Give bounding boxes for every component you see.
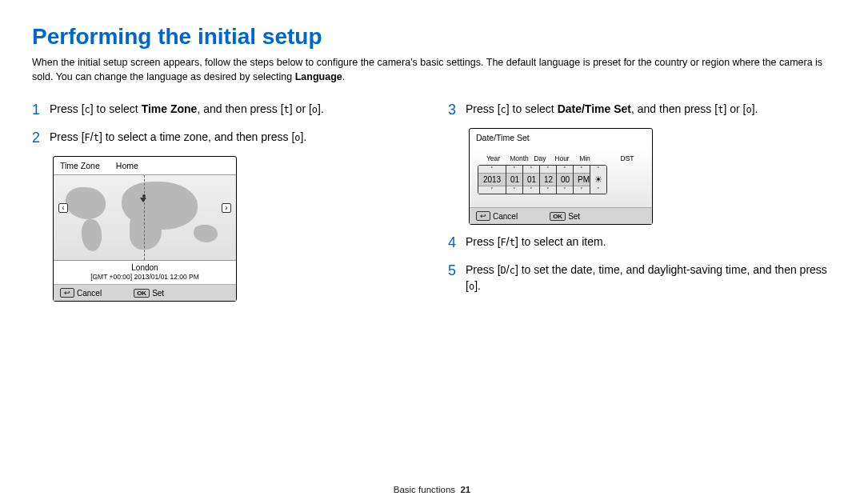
chevron-up-icon: ˄ [530, 166, 533, 173]
step-1-number: 1 [32, 100, 43, 120]
chevron-up-icon: ˄ [546, 166, 550, 173]
right-button-icon: t [284, 103, 290, 117]
step-5-text: Press [D/c] to set the date, time, and d… [466, 261, 832, 294]
tz-city: London [54, 261, 236, 273]
intro-c: . [342, 71, 345, 82]
page-title: Performing the initial setup [32, 24, 832, 50]
right-column: 3 Press [c] to select Date/Time Set, and… [448, 100, 832, 310]
chevron-up-icon: ˄ [563, 166, 566, 173]
dt-set-button[interactable]: OKSet [550, 211, 580, 221]
step-3-number: 3 [448, 100, 459, 120]
step-1: 1 Press [c] to select Time Zone, and the… [32, 100, 416, 120]
page-number: 21 [460, 485, 470, 494]
dst-sun-icon: ☀ [590, 173, 606, 186]
chevron-down-icon: ˅ [513, 186, 516, 194]
down-button-icon: c [510, 264, 515, 278]
left-column: 1 Press [c] to select Time Zone, and the… [32, 100, 416, 310]
intro-a: When the initial setup screen appears, f… [32, 57, 822, 82]
chevron-up-icon: ˄ [580, 166, 583, 173]
step-4: 4 Press [F/t] to select an item. [448, 233, 832, 253]
ok-button-icon: o [312, 103, 318, 117]
step-2: 2 Press [F/t] to select a time zone, and… [32, 128, 416, 148]
step-2-text: Press [F/t] to select a time zone, and t… [50, 128, 416, 148]
step-3: 3 Press [c] to select Date/Time Set, and… [448, 100, 832, 120]
chevron-down-icon: ˅ [530, 186, 533, 194]
down-button-icon: c [85, 103, 90, 117]
back-arrow-icon: ↩ [476, 211, 490, 221]
meridian-line [144, 175, 145, 260]
ok-box-icon: OK [134, 289, 150, 298]
step-3-text: Press [c] to select Date/Time Set, and t… [466, 100, 832, 120]
dt-cancel-button[interactable]: ↩Cancel [476, 211, 518, 221]
chevron-up-icon: ˄ [597, 166, 600, 173]
chevron-up-icon: ˄ [490, 166, 494, 173]
down-button-icon: c [501, 103, 506, 117]
tz-gmt: [GMT +00:00] 2013/01/01 12:00 PM [54, 273, 236, 284]
ok-box-icon: OK [550, 212, 566, 221]
ok-button-icon: o [294, 131, 300, 145]
left-button-icon: F [501, 236, 506, 250]
dt-title: Date/Time Set [470, 129, 652, 146]
timezone-screen: Time Zone Home ‹ › London [GMT +00:00] 2… [53, 156, 237, 302]
chevron-down-icon: ˅ [563, 186, 566, 194]
intro-bold: Language [295, 71, 342, 82]
day-spinner[interactable]: ˄01˅ [523, 166, 540, 194]
right-button-icon: t [510, 236, 515, 250]
datetime-screen: Date/Time Set Year Month Day Hour Min DS… [469, 128, 653, 225]
page-footer: Basic functions 21 [0, 485, 864, 494]
step-4-number: 4 [448, 233, 459, 253]
city-marker-icon [140, 198, 146, 202]
right-button-icon: t [94, 131, 99, 145]
chevron-down-icon: ˅ [597, 186, 600, 194]
step-2-number: 2 [32, 128, 43, 148]
left-button-icon: F [85, 131, 90, 145]
tz-set-button[interactable]: OKSet [134, 288, 164, 298]
up-button-icon: D [501, 264, 506, 278]
step-1-text: Press [c] to select Time Zone, and then … [50, 100, 416, 120]
chevron-down-icon: ˅ [546, 186, 550, 194]
map-right-arrow[interactable]: › [222, 203, 231, 213]
dst-spinner[interactable]: ˄☀˅ [590, 166, 606, 194]
month-spinner[interactable]: ˄01˅ [506, 166, 523, 194]
map-left-arrow[interactable]: ‹ [58, 203, 68, 213]
tz-mode: Home [116, 161, 138, 170]
ok-button-icon: o [746, 103, 751, 117]
step-5-number: 5 [448, 261, 459, 294]
world-map: ‹ › [54, 174, 236, 261]
minute-spinner[interactable]: ˄00˅ [557, 166, 574, 194]
back-arrow-icon: ↩ [60, 288, 74, 298]
chevron-down-icon: ˅ [490, 186, 494, 194]
chevron-down-icon: ˅ [580, 186, 583, 194]
chevron-up-icon: ˄ [513, 166, 516, 173]
tz-cancel-button[interactable]: ↩Cancel [60, 288, 102, 298]
dt-column-labels: Year Month Day Hour Min DST [478, 154, 644, 162]
step-4-text: Press [F/t] to select an item. [466, 233, 832, 253]
year-spinner[interactable]: ˄2013˅ [478, 166, 506, 194]
tz-label: Time Zone [60, 161, 100, 170]
intro-text: When the initial setup screen appears, f… [32, 56, 832, 84]
ampm-spinner[interactable]: ˄PM˅ [574, 166, 590, 194]
dt-field-group: ˄2013˅ ˄01˅ ˄01˅ ˄12˅ ˄00˅ ˄PM˅ ˄☀˅ [478, 165, 607, 194]
step-5: 5 Press [D/c] to set the date, time, and… [448, 261, 832, 294]
hour-spinner[interactable]: ˄12˅ [540, 166, 557, 194]
